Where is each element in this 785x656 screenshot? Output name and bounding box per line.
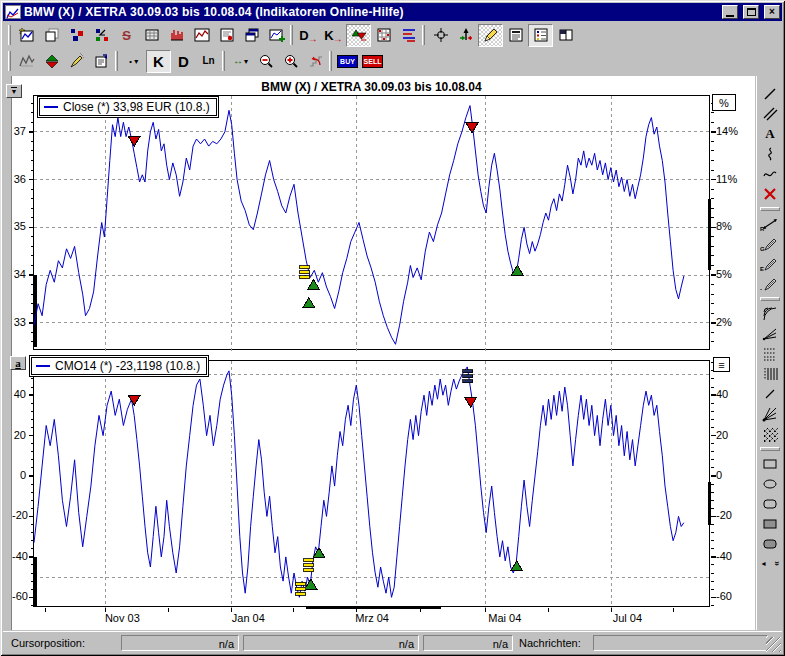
fibonacci-arcs-tool[interactable] (758, 304, 782, 324)
candle-chart-button[interactable]: K (146, 50, 171, 73)
axis-tick-label: 35 (12, 220, 26, 232)
line-tool[interactable] (758, 84, 782, 104)
scroll-range-button[interactable]: ↔▾ (228, 50, 253, 73)
toolbar-main: S D→ K→ (3, 22, 782, 48)
line-chart-button[interactable] (189, 24, 214, 47)
blocks-transfer-button[interactable] (89, 24, 114, 47)
price-legend[interactable]: Close (*) 33,98 EUR (10.8.) (37, 96, 219, 118)
minimize-button[interactable] (722, 5, 738, 19)
chart-properties-button[interactable] (89, 50, 114, 73)
toolbar-separator (290, 25, 293, 45)
data-table-button[interactable] (139, 24, 164, 47)
indicator-lines-button[interactable] (396, 24, 421, 47)
toolbar-separator (422, 25, 425, 45)
updown-signals-button[interactable] (39, 50, 64, 73)
axis-tick-label: 5% (716, 268, 732, 280)
close-button[interactable]: × (764, 5, 780, 19)
more-tools-button[interactable]: » (771, 558, 782, 569)
toolbar-separator (329, 51, 332, 71)
trend-pencil-e-tool[interactable]: E (758, 254, 782, 274)
percent-scale-button[interactable]: % (712, 94, 736, 111)
cmo-legend[interactable]: CMO14 (*) -23,1198 (10.8.) (29, 355, 209, 377)
dash-badge: - (760, 286, 762, 292)
k-chart-letter: K (153, 54, 164, 69)
histogram-button[interactable] (164, 24, 189, 47)
wave-tool[interactable] (758, 164, 782, 184)
drawing-toolbar: A R G E - ◂ » (756, 76, 783, 630)
axis-tick-label: 36 (12, 173, 26, 185)
zoom-out-button[interactable] (253, 50, 278, 73)
toolbar-separator (760, 297, 780, 301)
toolbar-scroll-controls: ◂ » (758, 558, 782, 569)
marker-pen-button[interactable] (64, 50, 89, 73)
fibonacci-levels-tool[interactable] (758, 344, 782, 364)
layout-split-button[interactable] (553, 24, 578, 47)
copy-chart-button[interactable] (39, 24, 64, 47)
log-scale-button[interactable]: Ln (196, 50, 221, 73)
d-chart-letter: D (178, 54, 189, 69)
blocks-button[interactable] (64, 24, 89, 47)
trend-pencil-line-tool[interactable]: - (758, 274, 782, 294)
gann-fan-tool[interactable] (758, 404, 782, 424)
line-width-button[interactable]: ·▾ (121, 50, 146, 73)
scroll-left-button[interactable]: ◂ (758, 558, 769, 569)
indicator-pane-button[interactable]: a (10, 356, 26, 370)
zigzag-tool[interactable] (758, 144, 782, 164)
new-chart-button[interactable] (14, 24, 39, 47)
buy-button[interactable]: BUY (335, 50, 360, 73)
object-list-button[interactable] (528, 24, 553, 47)
buy-label: BUY (337, 55, 358, 68)
hatch-pattern-tool[interactable] (758, 424, 782, 444)
rounded-rect-tool[interactable] (758, 494, 782, 514)
cmo-chart-plot[interactable] (33, 360, 710, 607)
reset-zoom-button[interactable] (303, 50, 328, 73)
no-short-button[interactable]: S (114, 24, 139, 47)
rectangle-tool[interactable] (758, 454, 782, 474)
daily-chart-button[interactable]: D (171, 50, 196, 73)
toolbar-chart: ·▾ K D Ln ↔▾ BUY SELL (3, 48, 782, 74)
axis-tick-label: 37 (12, 125, 26, 137)
time-axis-label: Mai 04 (475, 612, 535, 624)
pointer-arrows-button[interactable] (453, 24, 478, 47)
crosshair-button[interactable] (428, 24, 453, 47)
cursor-y-field: n/a (243, 635, 419, 651)
daily-export-button[interactable]: D→ (296, 24, 321, 47)
app-window: BMW (X) / XETRA 30.09.03 bis 10.08.04 (I… (0, 0, 785, 656)
fibonacci-fan-tool[interactable] (758, 324, 782, 344)
r-badge: R (760, 226, 764, 232)
maximize-button[interactable] (743, 5, 759, 19)
signal-triangles-button[interactable] (346, 24, 371, 47)
add-chart-button[interactable] (264, 24, 289, 47)
price-chart-plot[interactable] (33, 95, 710, 350)
parallel-lines-tool[interactable] (758, 104, 782, 124)
signal-grid-button[interactable] (371, 24, 396, 47)
trendline-tool[interactable] (758, 384, 782, 404)
sell-button[interactable]: SELL (360, 50, 385, 73)
axis-tick-label: 11% (716, 173, 737, 185)
axis-tick-label: -60 (12, 590, 26, 602)
chart-window-button[interactable] (214, 24, 239, 47)
delete-object-tool[interactable] (758, 184, 782, 204)
regression-tool[interactable]: R (758, 214, 782, 234)
axis-tick-label: 2% (716, 316, 732, 328)
report-button[interactable] (503, 24, 528, 47)
cmo-menu-button[interactable]: ≡ (713, 357, 730, 372)
draw-mode-button[interactable] (478, 24, 503, 47)
filled-rounded-rect-tool[interactable] (758, 534, 782, 554)
messages-label: Nachrichten: (519, 637, 581, 649)
filled-rect-tool[interactable] (758, 514, 782, 534)
ellipse-tool[interactable] (758, 474, 782, 494)
ln-label: Ln (202, 56, 214, 66)
status-bar: Cursorposition: n/a n/a n/a Nachrichten: (3, 631, 782, 653)
time-zones-tool[interactable] (758, 364, 782, 384)
mountain-chart-button[interactable] (14, 50, 39, 73)
text-tool[interactable]: A (758, 124, 782, 144)
toolbar-separator (115, 51, 118, 71)
k-export-button[interactable]: K→ (321, 24, 346, 47)
axis-tick-label: -20 (12, 509, 26, 521)
collapse-pane-button[interactable]: ▼ (6, 84, 22, 98)
cascade-windows-button[interactable] (239, 24, 264, 47)
resize-grip[interactable] (766, 637, 781, 652)
zoom-in-button[interactable] (278, 50, 303, 73)
trend-pencil-g-tool[interactable]: G (758, 234, 782, 254)
